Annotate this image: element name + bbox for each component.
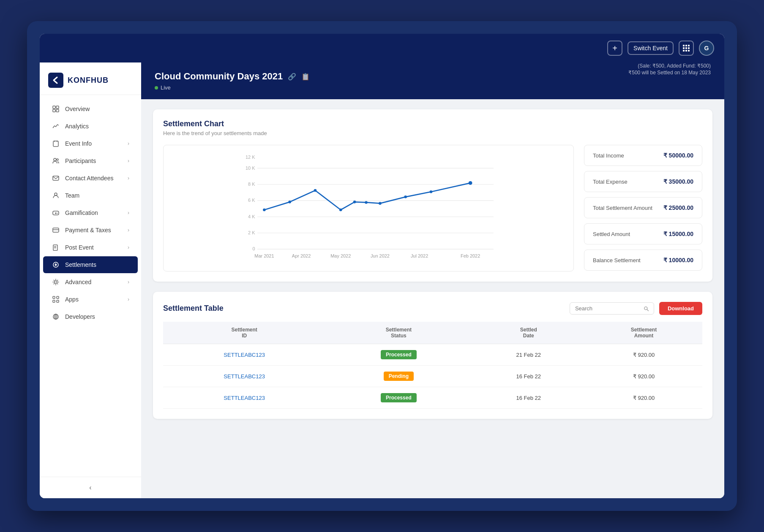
sidebar-item-analytics[interactable]: Analytics [43,118,138,135]
contact-attendees-arrow: › [128,175,129,181]
status-badge: Processed [381,350,417,359]
balance-breakdown: (Sale: ₹500, Added Fund: ₹500) [628,63,711,69]
sidebar-item-developers[interactable]: Developers [43,308,138,325]
svg-rect-1 [685,45,687,46]
payment-taxes-arrow: › [128,227,129,233]
svg-rect-11 [53,109,55,112]
svg-point-57 [263,209,266,212]
sidebar-item-advanced[interactable]: Advanced › [43,274,138,290]
switch-event-button[interactable]: Switch Event [628,41,674,55]
table-title: Settlement Table [163,304,224,313]
settlement-id[interactable]: SETTLEABC123 [163,344,325,366]
svg-point-61 [353,201,356,204]
stat-total-settlement: Total Settlement Amount ₹ 25000.00 [584,197,702,218]
link-icon[interactable]: 🔗 [288,73,296,81]
sidebar-item-post-event[interactable]: Post Event › [43,239,138,256]
svg-point-65 [430,190,433,193]
sidebar-navigation: Overview Analytics Event Info › [40,95,141,477]
svg-rect-31 [53,296,55,299]
post-event-arrow: › [128,244,129,250]
top-nav: + Switch Event G [40,34,724,62]
table-row: SETTLEABC123 Processed 16 Feb 22 ₹ 920.0… [163,387,702,409]
event-info-arrow: › [128,141,129,147]
settlements-icon [52,261,60,269]
search-input[interactable] [575,305,640,312]
svg-text:8 K: 8 K [248,182,255,187]
sidebar-item-team[interactable]: Team [43,187,138,204]
table-controls: Download [570,302,702,315]
settlement-id[interactable]: SETTLEABC123 [163,387,325,409]
settlement-status: Processed [325,387,472,409]
svg-point-63 [379,202,382,205]
sidebar-item-gamification-label: Gamification [65,209,123,216]
svg-point-59 [314,189,317,192]
advanced-icon [52,278,60,286]
developers-icon [52,312,60,321]
search-icon [644,306,649,312]
svg-point-23 [57,213,58,214]
svg-rect-8 [688,50,690,52]
page-content: Settlement Chart Here is the trend of yo… [141,99,724,498]
svg-rect-34 [57,300,59,302]
svg-point-16 [54,158,56,161]
gamification-arrow: › [128,210,129,216]
sidebar-item-contact-attendees[interactable]: Contact Attendees › [43,170,138,187]
svg-text:Jun
2022: Jun 2022 [371,253,390,258]
table-header-row: Settlement Table Download [163,302,702,315]
col-settled-date: SettledDate [472,322,585,344]
apps-arrow: › [128,296,129,302]
svg-rect-10 [56,106,59,109]
svg-text:6 K: 6 K [248,198,255,203]
stat-settled-amount: Settled Amount ₹ 15000.00 [584,223,702,244]
sidebar-item-participants[interactable]: Participants › [43,152,138,169]
svg-rect-32 [57,296,59,299]
svg-rect-4 [685,47,687,49]
table-body: SETTLEABC123 Processed 21 Feb 22 ₹ 920.0… [163,344,702,409]
svg-point-62 [365,201,368,204]
event-info-icon [52,139,60,148]
app-container: + Switch Event G [40,34,724,498]
settled-date: 16 Feb 22 [472,387,585,409]
settlement-chart: 0 2 K 4 K 6 K 8 K 10 K 12 K Mar 2021 [170,152,567,268]
svg-point-64 [404,195,407,198]
settlement-amount: ₹ 920.00 [585,387,702,409]
sidebar-item-payment-taxes[interactable]: Payment & Taxes › [43,222,138,239]
settled-date: 21 Feb 22 [472,344,585,366]
sidebar-item-settlements[interactable]: Settlements [43,256,138,273]
col-settlement-amount: SettlementAmount [585,322,702,344]
add-button[interactable]: + [607,41,622,56]
svg-rect-33 [53,300,55,302]
svg-rect-6 [683,50,685,52]
sidebar-item-overview[interactable]: Overview [43,100,138,117]
download-button[interactable]: Download [659,302,702,315]
svg-point-19 [55,193,57,195]
stat-total-expense-value: ₹ 35000.00 [663,178,693,185]
svg-rect-24 [53,228,59,232]
status-badge: Processed [381,393,417,402]
copy-icon[interactable]: 📋 [301,73,310,81]
balance-settle-info: ₹500 will be Settled on 18 May 2023 [628,70,711,76]
settlement-status: Processed [325,344,472,366]
sidebar-item-apps-label: Apps [65,296,123,303]
event-title: Cloud Community Days 2021 [155,71,283,82]
sidebar-collapse-button[interactable]: ‹ [40,477,141,498]
sidebar-item-apps[interactable]: Apps › [43,291,138,308]
status-badge: Pending [384,372,414,381]
gamification-icon [52,209,60,217]
settlement-id[interactable]: SETTLEABC123 [163,366,325,387]
svg-text:2 K: 2 K [248,230,255,235]
svg-text:May
2022: May 2022 [330,253,351,258]
sidebar-item-team-label: Team [65,192,129,199]
advanced-arrow: › [128,279,129,285]
svg-point-17 [57,159,58,160]
sidebar-item-event-info[interactable]: Event Info › [43,135,138,152]
table-row: SETTLEABC123 Pending 16 Feb 22 ₹ 920.00 [163,366,702,387]
grid-icon[interactable] [679,41,694,56]
apps-icon [52,295,60,304]
svg-text:12 K: 12 K [246,155,255,160]
avatar[interactable]: G [699,41,714,56]
sidebar-item-gamification[interactable]: Gamification › [43,204,138,221]
content-area: Cloud Community Days 2021 🔗 📋 Live Curre… [141,62,724,498]
svg-rect-9 [53,106,55,109]
col-settlement-status: SettlementStatus [325,322,472,344]
